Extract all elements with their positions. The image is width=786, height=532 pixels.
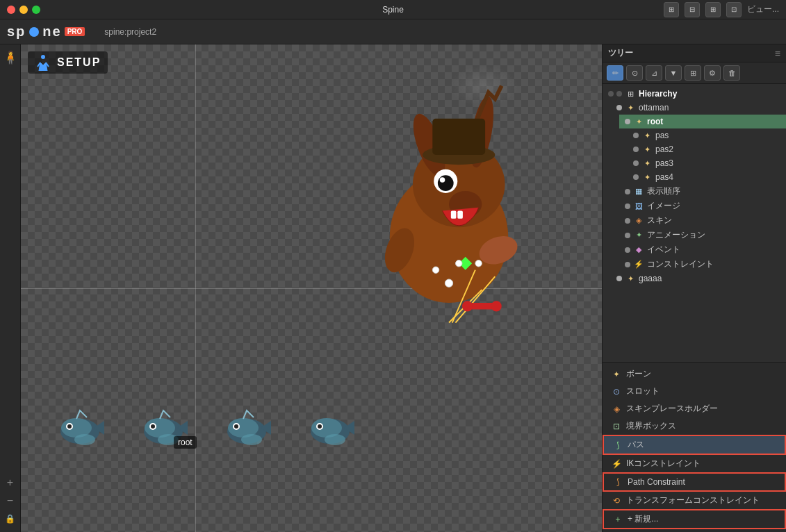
- slot-menu-icon: ⊙: [611, 386, 622, 397]
- tree-filter-btn[interactable]: ▼: [665, 65, 682, 81]
- tree-item-root[interactable]: ✦ root: [619, 115, 786, 128]
- v-crosshair: [195, 44, 196, 532]
- tree-label-pas: pas: [655, 131, 669, 140]
- event-icon: ◆: [633, 244, 644, 256]
- vis-dot: [608, 91, 614, 97]
- tree-label-gaaaa: gaaaa: [639, 274, 662, 283]
- ctx-bone-label: ボーン: [626, 368, 651, 380]
- display-icon[interactable]: ⊞: [664, 2, 679, 17]
- ctx-slot[interactable]: ⊙ スロット: [603, 383, 786, 400]
- tree-expand-btn[interactable]: ⊞: [685, 65, 701, 81]
- anim-icon: ✦: [633, 230, 644, 241]
- tree-item-skin[interactable]: ◈ スキン: [619, 213, 786, 228]
- window-icon[interactable]: ⊡: [726, 2, 742, 17]
- bone-icon-gaaaa: ✦: [625, 273, 636, 284]
- tree-pencil-btn[interactable]: ✏: [607, 65, 623, 81]
- maximize-button[interactable]: [32, 6, 40, 14]
- logo-ne: ne: [42, 24, 61, 40]
- constraint-icon: ⚡: [633, 259, 644, 270]
- tree-item-constraint[interactable]: ⚡ コンストレイント: [619, 257, 786, 272]
- figure-icon[interactable]: 🧍: [3, 50, 18, 65]
- setup-label: SETUP: [28, 51, 108, 74]
- svg-point-15: [241, 434, 262, 445]
- svg-point-26: [438, 175, 454, 191]
- lock-dot: [616, 91, 622, 97]
- context-menu: ✦ ボーン ⊙ スロット ◈ スキンプレースホルダー ⊡ 境界ボックス ⟆ パス: [603, 362, 786, 532]
- titlebar-toolbar: ⊞ ⊟ ⊞ ⊡ ビュー...: [664, 2, 779, 17]
- traffic-lights: [7, 6, 40, 14]
- tree-item-pas3[interactable]: ✦ pas3: [628, 156, 786, 170]
- bone-icon-root: ✦: [633, 116, 644, 127]
- svg-point-20: [325, 434, 345, 445]
- minus-icon[interactable]: −: [3, 493, 18, 508]
- bone-icon-pas2: ✦: [641, 144, 653, 155]
- ctx-path[interactable]: ⟆ パス: [603, 435, 786, 455]
- close-button[interactable]: [7, 6, 15, 14]
- ctx-skin-placeholder[interactable]: ◈ スキンプレースホルダー: [603, 400, 786, 417]
- svg-point-40: [475, 260, 482, 267]
- ctx-bb-label: 境界ボックス: [626, 420, 676, 432]
- tree-item-pas[interactable]: ✦ pas: [628, 128, 786, 142]
- grid-icon[interactable]: ⊟: [685, 2, 700, 17]
- skin-placeholder-icon: ◈: [611, 404, 622, 415]
- title-bar: Spine ⊞ ⊟ ⊞ ⊡ ビュー...: [0, 0, 786, 19]
- tree-toolbar: ✏ ⊙ ⊿ ▼ ⊞ ⚙ 🗑: [603, 63, 786, 84]
- ctx-skin-placeholder-label: スキンプレースホルダー: [626, 403, 718, 415]
- fish-1: [56, 404, 111, 449]
- bone-icon-pas4: ✦: [641, 172, 653, 183]
- tree-item-pas2[interactable]: ✦ pas2: [628, 142, 786, 156]
- tree-menu-icon[interactable]: ≡: [775, 48, 780, 59]
- tree-label-animation: アニメーション: [647, 229, 705, 241]
- link-icon[interactable]: ⊞: [705, 2, 721, 17]
- ctx-bone[interactable]: ✦ ボーン: [603, 365, 786, 383]
- tree-item-animation[interactable]: ✦ アニメーション: [619, 228, 786, 242]
- ctx-new[interactable]: + + 新規...: [603, 509, 786, 529]
- tree-item-gaaaa[interactable]: ✦ gaaaa: [611, 272, 786, 285]
- viewport[interactable]: SETUP: [21, 44, 602, 532]
- ctx-ik[interactable]: ⚡ IKコンストレイント: [603, 455, 786, 472]
- skin-vis: [625, 218, 630, 224]
- tree-item-pas4[interactable]: ✦ pas4: [628, 170, 786, 184]
- minimize-button[interactable]: [19, 6, 28, 14]
- view-label[interactable]: ビュー...: [747, 3, 779, 15]
- tree-chain-btn[interactable]: ⊿: [646, 65, 662, 81]
- tree-item-display[interactable]: ▦ 表示順序: [619, 184, 786, 199]
- tree-item-event[interactable]: ◆ イベント: [619, 242, 786, 257]
- tree-content[interactable]: ⊞ Hierarchy ✦ ottaman ✦ root ✦ pas: [603, 84, 786, 362]
- pas3-vis: [633, 160, 639, 166]
- new-icon: +: [612, 514, 623, 525]
- fish-4: [306, 404, 361, 449]
- tree-item-ottaman[interactable]: ✦ ottaman: [611, 101, 786, 115]
- svg-rect-36: [432, 119, 485, 155]
- tree-item-image[interactable]: 🖼 イメージ: [619, 199, 786, 213]
- ctx-ik-label: IKコンストレイント: [626, 458, 701, 469]
- tree-label-constraint: コンストレイント: [647, 258, 714, 270]
- character-svg: [352, 79, 546, 329]
- tree-settings-btn[interactable]: ⚙: [704, 65, 721, 81]
- tree-label-hierarchy: Hierarchy: [639, 89, 677, 99]
- tree-header: ツリー ≡: [603, 44, 786, 63]
- project-name: spine:project2: [104, 27, 156, 37]
- main-layout: 🧍 + − 🔒 SETUP: [0, 44, 786, 532]
- image-icon: 🖼: [633, 201, 644, 212]
- skin-icon: ◈: [633, 215, 644, 226]
- svg-rect-29: [451, 210, 457, 218]
- ctx-bounding-box[interactable]: ⊡ 境界ボックス: [603, 417, 786, 435]
- ctx-transform-constraint[interactable]: ⟲ トランスフォームコンストレイント: [603, 492, 786, 509]
- bone-icon-ottaman: ✦: [625, 102, 636, 113]
- tree-label-pas4: pas4: [655, 172, 673, 182]
- lock-icon[interactable]: 🔒: [3, 511, 18, 526]
- svg-point-42: [455, 260, 461, 267]
- fish-3: [222, 404, 278, 449]
- gaaaa-vis: [616, 276, 622, 281]
- ctx-path-constraint[interactable]: ⟆ Path Constraint: [603, 472, 786, 492]
- tree-item-hierarchy[interactable]: ⊞ Hierarchy: [603, 87, 786, 101]
- hierarchy-icon: ⊞: [625, 88, 636, 99]
- tree-label-ottaman: ottaman: [639, 103, 669, 113]
- tree-circle-btn[interactable]: ⊙: [626, 65, 643, 81]
- ctx-path-label: パス: [628, 439, 644, 451]
- fish-row: [56, 404, 361, 449]
- plus-icon[interactable]: +: [3, 475, 18, 490]
- tree-delete-btn[interactable]: 🗑: [723, 65, 740, 81]
- svg-point-45: [491, 301, 502, 311]
